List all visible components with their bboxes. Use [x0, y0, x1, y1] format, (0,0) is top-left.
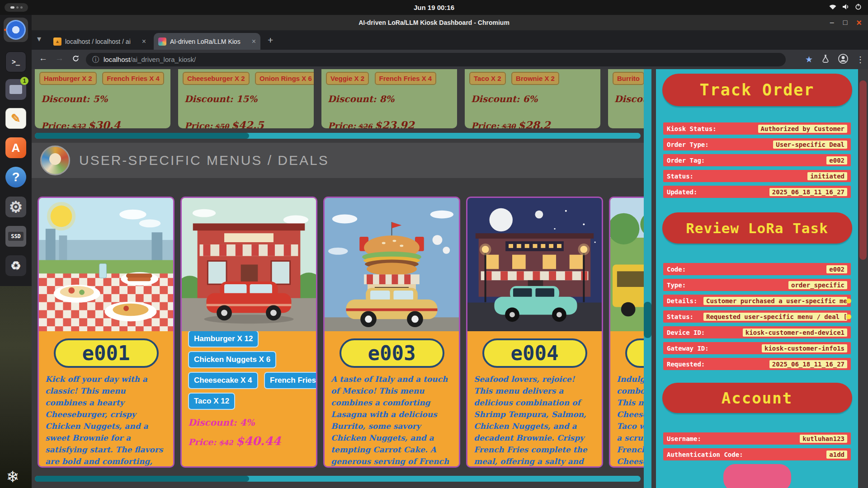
dock-item-ssd[interactable]: SSD: [4, 224, 28, 249]
window-title: AI-driven LoRa/LLM Kiosk Dashboard - Chr…: [359, 19, 509, 26]
deal-price: Price:$30$28.2: [471, 119, 551, 128]
deal-card[interactable]: Burrito Discount:: [608, 69, 644, 128]
tab-kiosk-dashboard[interactable]: AI-driven LoRa/LLM Kios ×: [154, 33, 260, 50]
row-label: Updated:: [667, 188, 697, 196]
deal-card[interactable]: Hamburger X 2 French Fries X 4 Discount:…: [35, 69, 170, 128]
horizontal-scrollbar: [35, 476, 641, 482]
workspace-indicator[interactable]: [5, 3, 28, 12]
system-clock[interactable]: Jun 19 00:16: [414, 4, 454, 11]
requested-row: Requested: 2025_06_18_11_16_27: [663, 358, 851, 370]
url-bar[interactable]: ⓘ localhost/ai_driven_lora_kiosk/: [86, 53, 786, 66]
task-type-row: Type: order_specific: [663, 279, 851, 291]
profile-avatar-icon[interactable]: [838, 54, 848, 66]
tab-close-icon[interactable]: ×: [252, 38, 256, 46]
menu-card-e003[interactable]: e003 A taste of Italy and a touch of Mex…: [323, 197, 460, 468]
gateway-id-row: Gateway ID: kiosk-customer-info1s: [663, 342, 851, 354]
row-label: Type:: [667, 282, 686, 289]
tab-strip: ▾ ▲ localhost / localhost / ai × AI-driv…: [32, 30, 868, 50]
dock-item-app-center[interactable]: A: [4, 136, 28, 160]
order-status-row: Status: initiated: [663, 170, 851, 182]
row-value: User-specific Deal: [773, 141, 847, 149]
volume-icon: [842, 4, 849, 12]
ssd-drive-icon: SSD: [5, 226, 26, 247]
new-price: $23.92: [375, 119, 415, 128]
back-button[interactable]: ←: [39, 53, 47, 63]
system-tray[interactable]: [829, 0, 862, 15]
review-lora-task-button[interactable]: Review LoRa Task: [662, 212, 852, 244]
dock-item-app-with-badge[interactable]: 1: [4, 77, 28, 102]
user-menu-cards-row: e001 Kick off your day with a classic! T…: [38, 197, 644, 468]
menu-description: Kick off your day with a classic! This m…: [45, 373, 167, 466]
scrollbar-thumb[interactable]: [35, 133, 249, 139]
tab-close-icon[interactable]: ×: [142, 38, 146, 46]
tab-search-chevron-icon[interactable]: ▾: [37, 34, 41, 44]
track-order-button[interactable]: Track Order: [662, 74, 852, 106]
deal-discount: Discount:: [614, 94, 644, 104]
track-order-rows: Kiosk Status: Authorized by Customer Ord…: [663, 122, 851, 198]
tab-phpmyadmin[interactable]: ▲ localhost / localhost / ai ×: [49, 33, 151, 50]
close-button[interactable]: ×: [856, 18, 862, 27]
task-code-row: Code: e002: [663, 263, 851, 275]
maximize-button[interactable]: □: [843, 19, 848, 26]
order-tag-row: Order Tag: e002: [663, 154, 851, 166]
experiments-flask-icon[interactable]: [821, 54, 830, 65]
snowflake-icon[interactable]: ❄: [6, 468, 19, 486]
main-vertical-scrollbar: [644, 69, 651, 488]
old-price: $32: [71, 122, 85, 128]
browser-toolbar: ← → ⓘ localhost/ai_driven_lora_kiosk/ ★ …: [32, 50, 868, 69]
dock-item-chromium[interactable]: [4, 18, 28, 42]
menu-description: Seafood lovers, rejoice! This menu deliv…: [474, 373, 595, 466]
deal-item-chip: Brownie X 2: [511, 72, 559, 85]
dock-item-recycle-bin[interactable]: ♻: [4, 253, 28, 278]
menu-card-partial[interactable]: Indulge combo w This me Cheeseb Taco wi …: [609, 197, 644, 468]
account-button[interactable]: Account: [662, 383, 852, 413]
menu-card-e002[interactable]: Hamburger X 12 Chicken Nuggets X 6 Chees…: [180, 197, 317, 468]
picnic-illustration: [39, 198, 173, 331]
minimize-button[interactable]: –: [830, 19, 834, 26]
gear-icon: ⚙: [5, 197, 26, 217]
menu-description: A taste of Italy and a touch of Mexico! …: [331, 373, 453, 466]
scrollbar-thumb[interactable]: [35, 476, 249, 482]
row-label: Gateway ID:: [667, 345, 709, 352]
account-rows: Username: kutluhan123 Authentication Cod…: [663, 432, 851, 460]
partial-button[interactable]: [723, 464, 791, 488]
section-header: USER-SPECIFIC MENUS / DEALS: [32, 143, 644, 178]
browser-menu-icon[interactable]: ⋮: [856, 55, 864, 65]
deal-item-chip: Hamburger X 2: [39, 72, 97, 85]
forward-button[interactable]: →: [55, 53, 64, 63]
app-center-icon: A: [5, 137, 26, 158]
review-lora-rows: Code: e002 Type: order_specific Details:…: [663, 263, 851, 370]
kiosk-status-row: Kiosk Status: Authorized by Customer: [663, 122, 851, 135]
bookmark-star-icon[interactable]: ★: [805, 54, 813, 65]
deal-price: Price:$50$42.5: [184, 119, 264, 128]
deal-item-chip: Onion Rings X 6: [255, 72, 314, 85]
new-tab-button[interactable]: +: [268, 35, 273, 46]
overflow-dot: [846, 314, 851, 319]
site-info-icon[interactable]: ⓘ: [92, 55, 99, 65]
new-price: $42.5: [231, 119, 264, 128]
horizontal-scrollbar: [35, 133, 641, 139]
old-price: $50: [215, 122, 229, 128]
reload-button[interactable]: [71, 54, 80, 65]
row-value: initiated: [807, 172, 847, 180]
dock-item-text-editor[interactable]: ✎: [4, 106, 28, 131]
row-label: Status:: [667, 173, 693, 180]
auth-code-row: Authentication Code: a1dd: [663, 448, 851, 460]
menu-card-e001[interactable]: e001 Kick off your day with a classic! T…: [38, 197, 175, 468]
window-title-bar: AI-driven LoRa/LLM Kiosk Dashboard - Chr…: [0, 15, 868, 30]
scrollbar-thumb[interactable]: [859, 80, 867, 260]
menu-id-badge: [625, 338, 644, 368]
dock-item-settings[interactable]: ⚙: [4, 195, 28, 219]
menu-card-e004[interactable]: e004 Seafood lovers, rejoice! This menu …: [466, 197, 603, 468]
deal-price: Price:$26$23.92: [328, 119, 415, 128]
dock-item-terminal[interactable]: >_: [4, 50, 28, 74]
phpmyadmin-favicon: ▲: [53, 38, 61, 46]
app-window-icon: 1: [5, 79, 26, 100]
deal-card[interactable]: Cheeseburger X 2 Onion Rings X 6 Discoun…: [178, 69, 314, 128]
notification-badge: 1: [20, 77, 28, 85]
deal-discount: Discount: 6%: [471, 94, 538, 104]
deal-card[interactable]: Veggie X 2 French Fries X 4 Discount: 8%…: [321, 69, 457, 128]
dock-item-help[interactable]: ?: [4, 165, 28, 189]
scrollbar-thumb[interactable]: [644, 302, 651, 338]
deal-card[interactable]: Taco X 2 Brownie X 2 Discount: 6% Price:…: [465, 69, 600, 128]
